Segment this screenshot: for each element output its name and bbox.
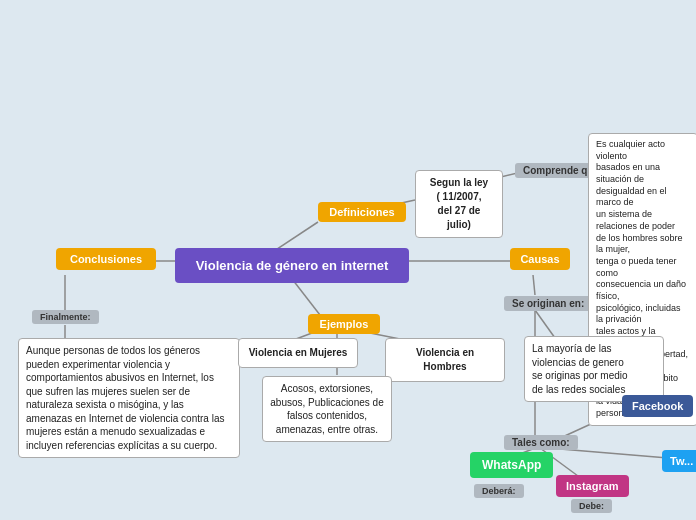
conclusiones-node: Conclusiones xyxy=(56,248,156,270)
facebook-node: Facebook xyxy=(622,395,693,417)
debe-label: Debe: xyxy=(571,499,612,513)
se-originan-label: Se originan en: xyxy=(504,296,592,311)
definiciones-node: Definiciones xyxy=(318,202,406,222)
acosos-text: Acosos, extorsiones, abusos, Publicacion… xyxy=(262,376,392,442)
aunque-text: Aunque personas de todos los géneros pue… xyxy=(18,338,240,458)
finalmente-label: Finalmente: xyxy=(32,310,99,324)
violencia-mujeres-node: Violencia en Mujeres xyxy=(238,338,358,368)
central-node: Violencia de género en internet xyxy=(175,248,409,283)
violencia-hombres-node: Violencia en Hombres xyxy=(385,338,505,382)
svg-line-4 xyxy=(533,275,535,295)
twitter-node: Tw... xyxy=(662,450,696,472)
ejemplos-node: Ejemplos xyxy=(308,314,380,334)
ley-node: Segun la ley ( 11/2007, del 27 de julio) xyxy=(415,170,503,238)
whatsapp-node: WhatsApp xyxy=(470,452,553,478)
debera-label: Deberá: xyxy=(474,484,524,498)
instagram-node: Instagram xyxy=(556,475,629,497)
mayoria-text: La mayoría de las violencias de genero s… xyxy=(524,336,664,402)
tales-como-label: Tales como: xyxy=(504,435,578,450)
causas-node: Causas xyxy=(510,248,570,270)
